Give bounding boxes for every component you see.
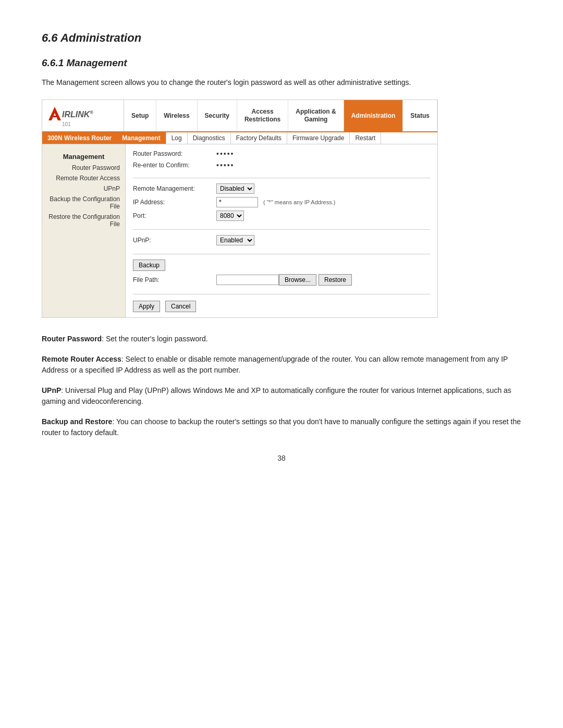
section-title: 6.6 Administration [42,31,521,45]
desc-backup-bold: Backup and Restore [42,417,112,426]
main-content: Router Password: ••••• Re-enter to Confi… [126,144,437,317]
ip-note: ( "*" means any IP Address.) [263,199,335,205]
restore-button[interactable]: Restore [319,274,352,286]
ip-address-label: IP Address: [133,199,216,206]
nav-item-status[interactable]: Status [403,100,437,131]
logo-main: IRLINK® [47,104,93,121]
sub-nav-factory-defaults[interactable]: Factory Defaults [231,132,287,144]
port-row: Port: 8080 80 [133,211,430,221]
backup-row: Backup [133,260,430,271]
logo-reg: ® [90,110,93,115]
desc-backup-text: : You can choose to backup the router's … [42,417,521,437]
upnp-section: UPnP: Enabled Disabled [133,235,430,254]
svg-rect-1 [52,116,58,117]
nav-item-access-restrictions[interactable]: Access Restrictions [237,100,288,131]
nav-item-app-line1: Application & [296,108,336,115]
sub-nav-log[interactable]: Log [166,132,188,144]
nav-item-administration[interactable]: Administration [344,100,403,131]
desc-router-password-text: : Set the router's login password. [102,335,207,343]
router-label: 300N Wireless Router [42,132,117,144]
router-panel: IRLINK® 101 Setup Wireless Security Acce… [42,100,438,318]
desc-router-password-bold: Router Password [42,335,102,343]
port-select[interactable]: 8080 80 [216,211,244,221]
desc-backup-restore: Backup and Restore: You can choose to ba… [42,416,521,438]
sidebar-item-backup: Backup the Configuration File [42,194,125,212]
sub-nav-restart[interactable]: Restart [350,132,381,144]
logo-area: IRLINK® 101 [42,100,124,131]
nav-item-wireless[interactable]: Wireless [156,100,197,131]
sub-nav-firmware-upgrade[interactable]: Firmware Upgrade [287,132,350,144]
backup-restore-section: Backup File Path: Browse... Restore [133,260,430,294]
reenter-input[interactable]: ••••• [216,161,235,169]
reenter-label: Re-enter to Confirm: [133,162,216,169]
backup-button[interactable]: Backup [133,260,165,271]
remote-access-section: Remote Management: Disabled Enabled IP A… [133,183,430,230]
sidebar-title: Management [42,150,125,163]
sidebar-item-upnp: UPnP [42,183,125,194]
upnp-row: UPnP: Enabled Disabled [133,235,430,245]
sidebar-item-remote-access: Remote Router Access [42,173,125,183]
content-area: Management Router Password Remote Router… [42,144,437,317]
upnp-label: UPnP: [133,237,216,244]
reenter-row: Re-enter to Confirm: ••••• [133,161,430,169]
desc-remote-access: Remote Router Access: Select to enable o… [42,354,521,376]
logo-irlink-text: IRLINK® [62,110,93,119]
logo-101: 101 [62,121,71,127]
nav-item-application-gaming[interactable]: Application & Gaming [288,100,344,131]
nav-item-access-line1: Access [252,108,274,115]
desc-router-password: Router Password: Set the router's login … [42,334,521,344]
file-path-input[interactable] [216,275,279,285]
ip-address-row: IP Address: ( "*" means any IP Address.) [133,197,430,207]
logo-a-letter [47,104,62,121]
desc-upnp: UPnP: Universal Plug and Play (UPnP) all… [42,385,521,407]
router-password-row: Router Password: ••••• [133,150,430,158]
router-password-label: Router Password: [133,150,216,157]
router-password-input[interactable]: ••••• [216,150,235,158]
desc-upnp-bold: UPnP [42,386,61,394]
logo-wrapper: IRLINK® 101 [47,104,93,127]
upnp-select[interactable]: Enabled Disabled [216,235,254,245]
remote-management-row: Remote Management: Disabled Enabled [133,183,430,194]
remote-management-label: Remote Management: [133,185,216,192]
sidebar-item-restore: Restore the Configuration File [42,212,125,229]
nav-item-setup[interactable]: Setup [124,100,156,131]
cancel-button[interactable]: Cancel [165,301,196,312]
sub-title: 6.6.1 Management [42,57,521,69]
nav-item-security[interactable]: Security [198,100,237,131]
apply-button[interactable]: Apply [133,301,160,312]
sub-nav: 300N Wireless Router Management Log Diag… [42,132,437,144]
sub-nav-diagnostics[interactable]: Diagnostics [188,132,231,144]
nav-items: Setup Wireless Security Access Restricti… [124,100,437,131]
intro-text: The Management screen allows you to chan… [42,77,521,88]
nav-item-access-line2: Restrictions [244,116,280,123]
file-path-label: File Path: [133,276,216,283]
remote-management-select[interactable]: Disabled Enabled [216,183,254,194]
sidebar: Management Router Password Remote Router… [42,144,126,317]
action-buttons: Apply Cancel [133,301,430,312]
sub-nav-management[interactable]: Management [117,132,166,144]
nav-item-app-line2: Gaming [304,116,328,123]
desc-remote-access-bold: Remote Router Access [42,355,121,363]
restore-row: File Path: Browse... Restore [133,274,430,286]
top-nav: IRLINK® 101 Setup Wireless Security Acce… [42,100,437,132]
svg-marker-0 [48,107,61,120]
sidebar-item-router-password: Router Password [42,163,125,173]
page-number: 38 [42,454,521,462]
router-password-section: Router Password: ••••• Re-enter to Confi… [133,150,430,178]
browse-button[interactable]: Browse... [279,274,316,286]
ip-address-input[interactable] [216,197,258,207]
port-label: Port: [133,212,216,219]
desc-upnp-text: : Universal Plug and Play (UPnP) allows … [42,386,511,405]
